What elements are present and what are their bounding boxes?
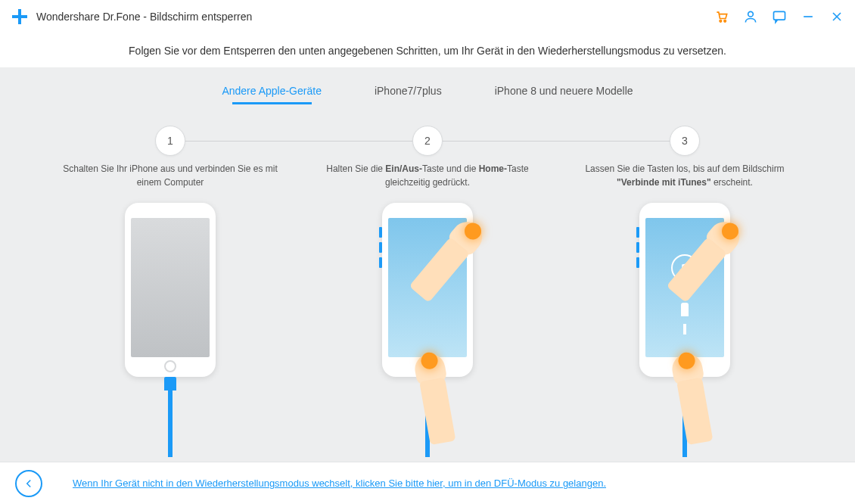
close-icon[interactable] <box>829 9 844 24</box>
phone-icon <box>125 203 216 377</box>
steps-row: 1 2 3 <box>42 126 813 156</box>
step-badge-1: 1 <box>155 126 185 156</box>
step-2-desc-bold: Home- <box>479 163 507 174</box>
illustrations-row <box>42 203 813 453</box>
lightning-plug-icon <box>681 303 689 316</box>
step-3-desc-part: Lassen Sie die Tasten los, bis auf dem B… <box>585 163 784 174</box>
step-3-desc-bold: "Verbinde mit iTunes" <box>617 177 711 188</box>
cart-icon[interactable] <box>714 9 729 24</box>
phone-screen-off <box>131 218 210 357</box>
step-2-desc-part: Taste und die <box>422 163 479 174</box>
step-1-desc: Schalten Sie Ihr iPhone aus und verbinde… <box>42 162 299 189</box>
dfu-mode-link[interactable]: Wenn Ihr Gerät nicht in den Wiederherste… <box>73 478 606 489</box>
tab-iphone7[interactable]: iPhone7/7plus <box>375 85 442 103</box>
app-title: Wondershare Dr.Fone - Bildschirm entsper… <box>36 11 714 23</box>
minimize-icon[interactable] <box>801 9 816 24</box>
step-2-desc: Halten Sie die Ein/Aus-Taste und die Hom… <box>299 162 556 189</box>
lightning-cord-icon <box>683 324 686 334</box>
step-3-desc: Lassen Sie die Tasten los, bis auf dem B… <box>556 162 813 189</box>
svg-point-0 <box>720 20 722 23</box>
step-badge-3: 3 <box>670 126 700 156</box>
feedback-icon[interactable] <box>772 9 787 24</box>
titlebar-actions <box>714 9 844 24</box>
step-3-desc-part: erscheint. <box>711 177 753 188</box>
titlebar: Wondershare Dr.Fone - Bildschirm entsper… <box>0 0 855 33</box>
volume-button-icon <box>379 257 382 268</box>
footer-bar: Wenn Ihr Gerät nicht in den Wiederherste… <box>0 462 855 504</box>
step-2-desc-part: Halten Sie die <box>326 163 385 174</box>
user-icon[interactable] <box>743 9 758 24</box>
step-2-desc-bold: Ein/Aus- <box>385 163 422 174</box>
volume-button-icon <box>636 257 639 268</box>
step-3-illustration <box>556 203 813 453</box>
volume-button-icon <box>636 227 639 238</box>
svg-point-2 <box>748 11 754 17</box>
volume-button-icon <box>379 242 382 253</box>
volume-button-icon <box>379 227 382 238</box>
volume-button-icon <box>636 242 639 253</box>
step-1-illustration <box>42 203 299 453</box>
svg-point-1 <box>724 20 726 23</box>
app-logo-icon <box>11 8 29 26</box>
instruction-text: Folgen Sie vor dem Entsperren den unten … <box>0 33 855 68</box>
tab-other-apple[interactable]: Andere Apple-Geräte <box>222 85 322 103</box>
step-descriptions: Schalten Sie Ihr iPhone aus und verbinde… <box>42 162 813 189</box>
step-2-illustration <box>299 203 556 453</box>
step-badge-2: 2 <box>412 126 443 156</box>
back-button[interactable] <box>15 470 42 497</box>
svg-rect-3 <box>774 11 785 20</box>
device-tabs: Andere Apple-Geräte iPhone7/7plus iPhone… <box>0 68 855 110</box>
cable-icon <box>168 389 173 457</box>
home-button-icon <box>164 360 176 372</box>
tab-iphone8plus[interactable]: iPhone 8 und neuere Modelle <box>495 85 633 103</box>
